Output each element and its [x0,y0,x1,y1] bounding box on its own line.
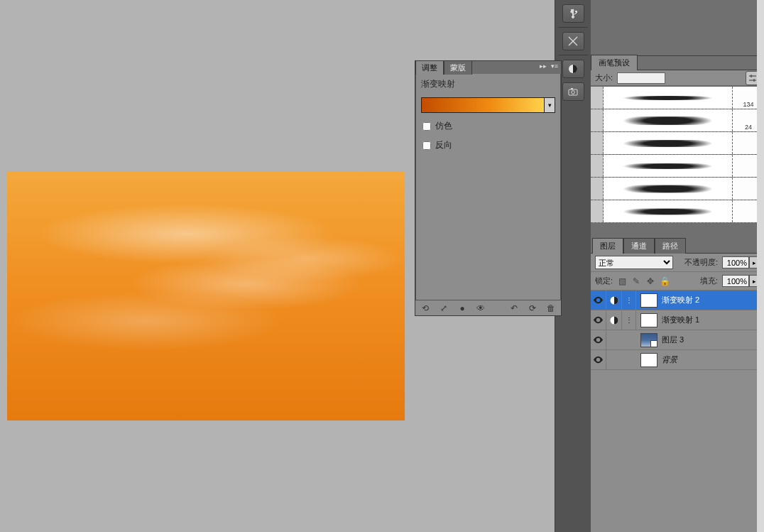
layer-name: 渐变映射 2 [662,295,699,305]
dither-label: 仿色 [435,120,452,132]
link-icon[interactable]: ⋮ [622,310,636,330]
adjustments-footer: ⟲ ⤢ ● 👁 ↶ ⟳ 🗑 [415,300,561,315]
tab-adjustments[interactable]: 调整 [415,60,444,75]
crossed-tools-icon [567,36,579,47]
opacity-input[interactable] [722,256,749,268]
brush-size-input[interactable] [617,72,665,84]
panel-button-camera[interactable] [562,82,584,101]
smart-object-badge [650,340,657,347]
tab-masks[interactable]: 蒙版 [444,60,472,75]
clip-icon[interactable]: ● [457,303,468,314]
svg-point-2 [572,91,575,94]
layer-row[interactable]: ⋮ 渐变映射 1 [591,310,764,330]
layer-name: 背景 [662,354,677,365]
gradient-dropdown-button[interactable]: ▾ [544,98,555,112]
brush-presets-panel: 画笔预设 大小: 134 24 [591,55,764,223]
fill-label: 填充: [700,276,718,286]
gradient-picker[interactable]: ▾ [421,97,555,113]
reverse-label: 反向 [435,139,452,151]
half-circle-icon [609,295,619,305]
dither-checkbox[interactable] [422,122,431,131]
lock-label: 锁定: [595,276,613,286]
adjustment-title: 渐变映射 [415,74,561,97]
lock-position-icon[interactable]: ✥ [645,276,655,286]
fill-input[interactable] [722,275,749,287]
camera-icon [567,86,579,97]
gradient-preview [422,98,544,112]
half-circle-icon [567,63,579,75]
opacity-label: 不透明度: [684,257,718,268]
tab-brush-presets[interactable]: 画笔预设 [591,55,638,70]
visibility-toggle[interactable] [591,310,606,330]
panel-button-adjustments[interactable] [562,60,584,78]
trash-icon[interactable]: 🗑 [545,303,557,314]
eye-icon [593,335,604,345]
layer-name: 渐变映射 1 [662,315,699,325]
eye-icon [593,354,604,365]
reverse-checkbox-row[interactable]: 反向 [415,132,561,151]
eye-icon [593,295,604,305]
dither-checkbox-row[interactable]: 仿色 [415,113,561,132]
tab-layers[interactable]: 图层 [592,238,623,254]
lock-transparency-icon[interactable]: ▧ [617,276,627,286]
slider-icon [748,73,758,83]
panel-menu-icon[interactable]: ▾≡ [551,63,558,70]
brush-size-label: 大小: [595,72,613,83]
panel-button-tools[interactable] [562,32,584,50]
layers-tabbar: 图层 通道 路径 [591,239,764,253]
layer-row[interactable]: 图层 3 [591,330,764,350]
eye-icon [593,315,604,325]
visibility-toggle[interactable] [591,291,606,310]
svg-rect-3 [571,88,573,89]
expand-icon[interactable]: ⤢ [438,303,449,314]
brush-panel-tabbar: 画笔预设 [591,55,764,70]
adjustment-icon [606,291,622,310]
layer-name: 图层 3 [662,335,684,345]
eye-icon[interactable]: 👁 [475,303,486,314]
link-icon[interactable]: ⋮ [622,291,636,310]
adjustment-icon [606,310,622,330]
layers-panel: 图层 通道 路径 正常 不透明度: ▸ 锁定: ▧ ✎ [591,239,764,532]
scrollbar[interactable] [757,0,764,532]
right-panels-column: 画笔预设 大小: 134 24 图层 通道 [591,0,764,532]
tab-channels[interactable]: 通道 [623,238,655,254]
reverse-checkbox[interactable] [422,141,431,150]
visibility-toggle[interactable] [591,350,606,370]
blend-mode-select[interactable]: 正常 [595,256,673,269]
lock-all-icon[interactable]: 🔒 [660,276,670,286]
visibility-toggle[interactable] [591,330,606,350]
layer-mask-thumb[interactable] [640,293,657,308]
lock-pixels-icon[interactable]: ✎ [631,276,641,286]
half-circle-icon [609,315,619,325]
return-icon[interactable]: ⟲ [420,303,431,314]
layer-thumb[interactable] [640,333,657,347]
svg-rect-1 [569,89,577,95]
adjustments-panel[interactable]: 调整 蒙版 ▸▸ ▾≡ 渐变映射 ▾ 仿色 反向 ⟲ ⤢ ● 👁 ↶ ⟳ 🗑 [415,60,562,316]
tab-paths[interactable]: 路径 [655,238,686,254]
brush-list[interactable]: 134 24 [591,86,764,223]
layer-list: ⋮ 渐变映射 2 ⋮ 渐变映射 1 [591,291,764,370]
usb-icon [567,8,579,19]
layer-row[interactable]: 背景 [591,350,764,370]
collapse-icon[interactable]: ▸▸ [540,63,547,70]
layer-mask-thumb[interactable] [640,313,657,327]
layer-thumb[interactable] [640,353,657,367]
panel-button-usb[interactable] [562,4,584,23]
previous-icon[interactable]: ↶ [508,303,520,314]
reset-icon[interactable]: ⟳ [527,303,538,314]
layer-row[interactable]: ⋮ 渐变映射 2 [591,291,764,310]
document-canvas[interactable] [7,172,405,420]
